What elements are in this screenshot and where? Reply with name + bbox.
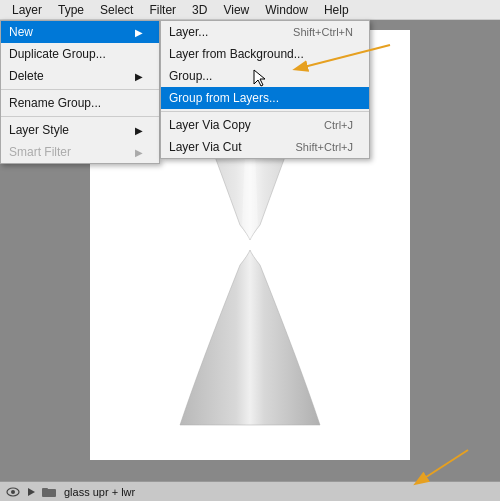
new-submenu[interactable]: Layer... Shift+Ctrl+N Layer from Backgro… [160, 20, 370, 159]
menu-separator-1 [1, 89, 159, 90]
menu-window[interactable]: Window [257, 1, 316, 19]
delete-arrow-icon: ▶ [135, 71, 143, 82]
new-submenu-layer[interactable]: Layer... Shift+Ctrl+N [161, 21, 369, 43]
svg-rect-6 [42, 488, 48, 491]
menu-view[interactable]: View [215, 1, 257, 19]
submenu-separator [161, 111, 369, 112]
eye-icon[interactable] [6, 485, 20, 499]
layer-menu-layer-style[interactable]: Layer Style ▶ [1, 119, 159, 141]
new-submenu-group-from-layers[interactable]: Group from Layers... [161, 87, 369, 109]
menu-3d[interactable]: 3D [184, 1, 215, 19]
menu-select[interactable]: Select [92, 1, 141, 19]
new-submenu-group[interactable]: Group... [161, 65, 369, 87]
layer-menu[interactable]: New ▶ Duplicate Group... Delete ▶ Rename… [0, 20, 160, 164]
layer-menu-duplicate-group[interactable]: Duplicate Group... [1, 43, 159, 65]
new-submenu-via-cut[interactable]: Layer Via Cut Shift+Ctrl+J [161, 136, 369, 158]
svg-point-3 [11, 490, 15, 494]
layer-style-arrow-icon: ▶ [135, 125, 143, 136]
layer-menu-rename-group[interactable]: Rename Group... [1, 92, 159, 114]
menu-bar: Layer Type Select Filter 3D View Window … [0, 0, 500, 20]
new-submenu-layer-from-bg[interactable]: Layer from Background... [161, 43, 369, 65]
new-submenu-via-copy[interactable]: Layer Via Copy Ctrl+J [161, 114, 369, 136]
status-bar: glass upr + lwr [0, 481, 500, 501]
menu-type[interactable]: Type [50, 1, 92, 19]
smart-filter-arrow-icon: ▶ [135, 147, 143, 158]
play-icon[interactable] [24, 485, 38, 499]
new-arrow-icon: ▶ [135, 27, 143, 38]
menu-filter[interactable]: Filter [141, 1, 184, 19]
layer-menu-delete[interactable]: Delete ▶ [1, 65, 159, 87]
status-layer-name: glass upr + lwr [64, 486, 135, 498]
menu-help[interactable]: Help [316, 1, 357, 19]
layer-menu-new[interactable]: New ▶ [1, 21, 159, 43]
layer-menu-smart-filter[interactable]: Smart Filter ▶ [1, 141, 159, 163]
folder-icon[interactable] [42, 485, 56, 499]
svg-marker-4 [28, 488, 35, 496]
menu-separator-2 [1, 116, 159, 117]
menu-layer[interactable]: Layer [4, 1, 50, 19]
